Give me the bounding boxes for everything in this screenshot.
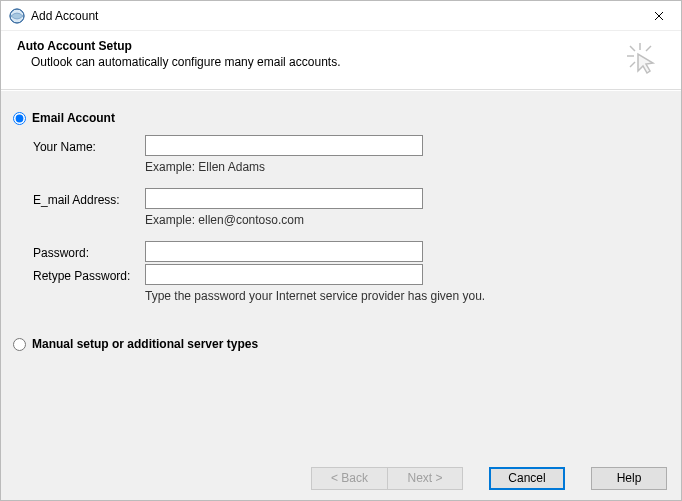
wizard-footer: < Back Next > Cancel Help	[1, 456, 681, 500]
back-button[interactable]: < Back	[311, 467, 387, 490]
option-manual-setup-label: Manual setup or additional server types	[32, 337, 258, 351]
email-input[interactable]	[145, 188, 423, 209]
option-email-account-label: Email Account	[32, 111, 115, 125]
titlebar: Add Account	[1, 1, 681, 31]
app-icon	[9, 8, 25, 24]
retype-password-input[interactable]	[145, 264, 423, 285]
password-label: Password:	[33, 244, 139, 260]
your-name-hint: Example: Ellen Adams	[145, 160, 423, 174]
wizard-title: Auto Account Setup	[17, 39, 625, 53]
password-input[interactable]	[145, 241, 423, 262]
help-button[interactable]: Help	[591, 467, 667, 490]
svg-line-4	[646, 46, 651, 51]
password-hint: Type the password your Internet service …	[145, 289, 423, 303]
wizard-subtitle: Outlook can automatically configure many…	[31, 55, 625, 69]
next-button[interactable]: Next >	[387, 467, 463, 490]
wizard-header: Auto Account Setup Outlook can automatic…	[1, 31, 681, 90]
window-title: Add Account	[31, 9, 636, 23]
email-form: Your Name: Example: Ellen Adams E_mail A…	[33, 135, 661, 315]
retype-password-label: Retype Password:	[33, 267, 139, 283]
email-hint: Example: ellen@contoso.com	[145, 213, 423, 227]
wizard-header-text: Auto Account Setup Outlook can automatic…	[17, 39, 625, 69]
svg-line-5	[630, 62, 635, 67]
cancel-button[interactable]: Cancel	[489, 467, 565, 490]
svg-line-6	[630, 46, 635, 51]
option-manual-setup[interactable]: Manual setup or additional server types	[13, 337, 661, 351]
your-name-input[interactable]	[145, 135, 423, 156]
your-name-label: Your Name:	[33, 138, 139, 154]
option-email-account[interactable]: Email Account	[13, 111, 661, 125]
add-account-window: Add Account Auto Account Setup Outlook c…	[0, 0, 682, 501]
option-email-account-radio[interactable]	[13, 112, 26, 125]
option-manual-setup-radio[interactable]	[13, 338, 26, 351]
close-button[interactable]	[636, 1, 681, 31]
email-label: E_mail Address:	[33, 191, 139, 207]
cursor-click-icon	[625, 41, 659, 75]
wizard-body: Email Account Your Name: Example: Ellen …	[1, 90, 681, 456]
